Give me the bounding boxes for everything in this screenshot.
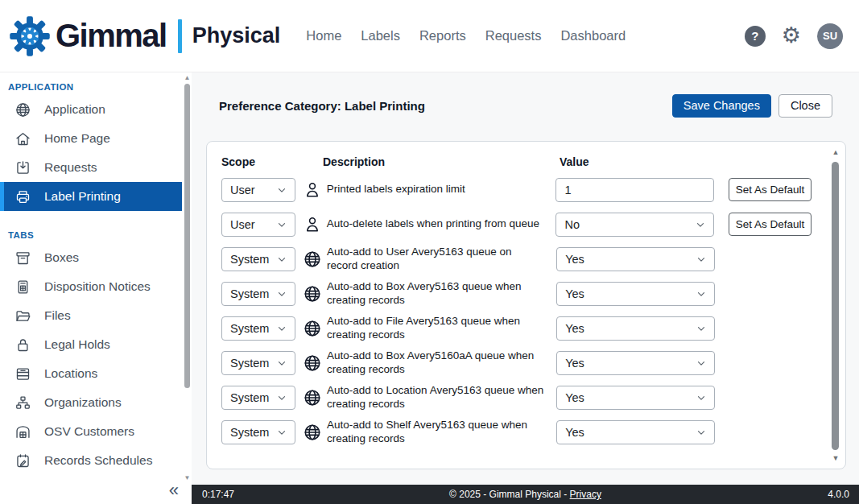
value-input[interactable] [555,178,714,202]
top-navigation: Home Labels Reports Requests Dashboard [306,28,626,43]
scroll-down-icon[interactable]: ▼ [184,474,191,481]
scope-select[interactable]: System [221,351,295,375]
nav-home[interactable]: Home [306,28,341,43]
sidebar-nav: APPLICATION Application Home Page Reques… [0,72,182,483]
copyright-text: © 2025 - Gimmal Physical - [449,489,567,500]
value-select[interactable]: Yes [556,420,715,444]
version-label: 4.0.0 [828,489,849,500]
chevron-down-icon [276,219,287,230]
footer: © 2025 - Gimmal Physical - Privacy 0:17:… [192,485,859,504]
sidebar-item-osv-customers[interactable]: OSV Customers [0,417,182,446]
sidebar-item-label: Organizations [44,395,122,410]
brand-separator [178,19,182,53]
box-icon [14,250,31,266]
value-select[interactable]: No [555,213,714,237]
row-description: Auto-add to Shelf Avery5163 queue when c… [327,419,556,446]
nav-labels[interactable]: Labels [361,28,400,43]
home-icon [14,130,31,147]
sidebar-item-label-printing[interactable]: Label Printing [0,182,182,211]
panel-scrollbar[interactable]: ▲ ▼ [831,147,840,464]
scope-value: System [230,287,269,300]
sidebar-item-label: Records Schedules [44,453,152,468]
globe-icon [303,423,322,442]
scope-value: System [230,426,269,439]
row-description: Auto-add to Box Avery5163 queue when cre… [327,280,556,308]
warehouse-icon [14,423,31,440]
settings-gear-icon[interactable]: ⚙ [782,25,801,47]
lock-icon [14,337,31,353]
sidebar-item-requests[interactable]: Requests [0,153,182,182]
sidebar-item-files[interactable]: Files [0,301,182,330]
set-as-default-button[interactable]: Set As Default [729,213,812,236]
sidebar-item-legal-holds[interactable]: Legal Holds [0,330,182,359]
save-changes-button[interactable]: Save Changes [672,94,771,118]
page-title: Preference Category: Label Printing [219,99,425,113]
sidebar-item-records-schedules[interactable]: Records Schedules [0,446,182,475]
sidebar-collapse-button[interactable]: « [169,481,179,499]
chevron-down-icon [696,323,707,334]
sidebar-item-disposition-notices[interactable]: Disposition Notices [0,272,182,301]
sidebar-item-home-page[interactable]: Home Page [0,124,182,153]
sidebar-item-label: Locations [44,366,97,381]
printer-icon [14,188,31,205]
globe-icon [303,284,322,304]
chevron-down-icon [276,184,287,196]
value-select[interactable]: Yes [556,282,715,306]
nav-requests[interactable]: Requests [485,28,542,43]
value-selected: Yes [565,391,584,404]
scrollbar-thumb[interactable] [832,162,839,450]
calendar-pencil-icon [14,452,31,469]
chevron-down-icon [696,392,707,403]
scope-select[interactable]: System [221,282,295,306]
scroll-down-icon[interactable]: ▼ [831,454,840,462]
nav-reports[interactable]: Reports [419,28,466,43]
set-as-default-button[interactable]: Set As Default [729,178,812,201]
scope-value: System [230,253,269,266]
chevron-down-icon [696,254,707,265]
value-select[interactable]: Yes [556,316,715,341]
sidebar-item-boxes[interactable]: Boxes [0,243,182,272]
privacy-link[interactable]: Privacy [570,489,601,500]
shelves-icon [14,481,31,484]
sidebar-item-shelves[interactable]: Shelves [0,475,182,483]
sidebar-item-application[interactable]: Application [0,95,182,124]
sidebar-item-label: Requests [44,160,97,175]
person-icon [303,215,322,234]
close-button[interactable]: Close [778,94,832,118]
user-avatar[interactable]: SU [817,23,843,49]
scope-select[interactable]: System [221,386,295,410]
scroll-up-icon[interactable]: ▲ [184,74,191,81]
value-select[interactable]: Yes [556,247,715,271]
inbox-down-icon [14,159,31,176]
value-selected: Yes [565,426,584,439]
scope-select[interactable]: System [221,316,295,341]
row-description: Auto-delete labels when printing from qu… [327,217,556,231]
brand-logo: Gimmal Physical [8,14,280,58]
sidebar-item-label: Boxes [44,250,79,265]
column-header-value: Value [560,155,589,168]
brand-product: Physical [192,23,281,48]
table-row: User Auto-delete labels when printing fr… [221,207,812,242]
value-select[interactable]: Yes [556,351,715,375]
sidebar-item-locations[interactable]: Locations [0,359,182,388]
value-select[interactable]: Yes [556,386,715,410]
scope-select[interactable]: System [221,247,295,271]
sidebar-item-label: Legal Holds [44,337,110,352]
sidebar-item-label: Disposition Notices [44,279,151,294]
sidebar-item-label: Shelves [44,482,89,483]
scope-select[interactable]: System [221,420,295,444]
value-selected: Yes [565,357,584,370]
chevron-down-icon [276,357,287,369]
help-icon[interactable]: ? [745,26,766,47]
scroll-up-icon[interactable]: ▲ [831,148,840,156]
sidebar-item-organizations[interactable]: Organizations [0,388,182,417]
globe-icon [303,388,322,407]
table-row: User Printed labels expiration limit Set… [221,172,812,207]
scope-select[interactable]: User [221,178,295,202]
chevron-down-icon [276,392,287,403]
scope-select[interactable]: User [221,213,295,237]
nav-dashboard[interactable]: Dashboard [560,28,626,43]
sidebar-scrollbar[interactable]: ▲ ▼ [184,74,191,481]
scrollbar-thumb[interactable] [184,84,190,388]
preferences-panel: Scope Description Value User Printed lab… [206,141,846,469]
